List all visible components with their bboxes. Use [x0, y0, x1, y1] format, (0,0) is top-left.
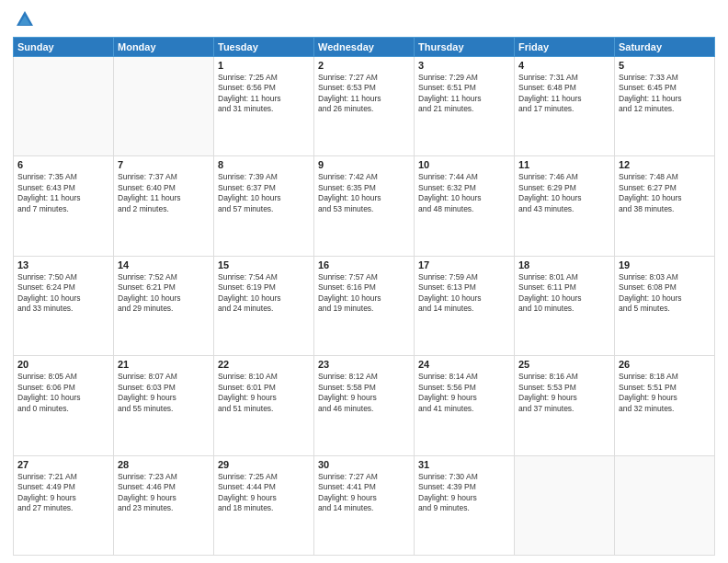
page: SundayMondayTuesdayWednesdayThursdayFrid… [0, 0, 728, 563]
calendar-cell: 4Sunrise: 7:31 AM Sunset: 6:48 PM Daylig… [515, 57, 615, 156]
day-info: Sunrise: 7:25 AM Sunset: 4:44 PM Dayligh… [218, 472, 310, 514]
calendar-cell: 5Sunrise: 7:33 AM Sunset: 6:45 PM Daylig… [615, 57, 715, 156]
day-number: 3 [418, 60, 510, 71]
weekday-header-sunday: Sunday [14, 38, 114, 57]
calendar-cell: 2Sunrise: 7:27 AM Sunset: 6:53 PM Daylig… [314, 57, 415, 156]
day-number: 9 [318, 159, 410, 170]
day-number: 27 [17, 459, 109, 470]
day-info: Sunrise: 7:57 AM Sunset: 6:16 PM Dayligh… [318, 272, 410, 315]
calendar-cell: 9Sunrise: 7:42 AM Sunset: 6:35 PM Daylig… [314, 156, 415, 256]
day-number: 4 [518, 60, 610, 71]
calendar-cell: 13Sunrise: 7:50 AM Sunset: 6:24 PM Dayli… [14, 256, 114, 355]
day-number: 31 [418, 459, 510, 470]
day-number: 13 [17, 259, 109, 270]
weekday-header-saturday: Saturday [615, 38, 715, 57]
calendar-cell: 14Sunrise: 7:52 AM Sunset: 6:21 PM Dayli… [114, 256, 214, 355]
day-number: 10 [418, 159, 510, 170]
calendar-cell: 3Sunrise: 7:29 AM Sunset: 6:51 PM Daylig… [415, 57, 515, 156]
calendar-cell: 27Sunrise: 7:21 AM Sunset: 4:49 PM Dayli… [14, 455, 114, 555]
weekday-header-wednesday: Wednesday [314, 38, 415, 57]
weekday-header-row: SundayMondayTuesdayWednesdayThursdayFrid… [14, 38, 715, 57]
day-info: Sunrise: 7:31 AM Sunset: 6:48 PM Dayligh… [518, 73, 610, 115]
calendar-week-3: 13Sunrise: 7:50 AM Sunset: 6:24 PM Dayli… [14, 256, 715, 355]
day-info: Sunrise: 7:23 AM Sunset: 4:46 PM Dayligh… [118, 472, 210, 514]
day-number: 29 [218, 459, 310, 470]
day-number: 22 [218, 359, 310, 370]
calendar-week-2: 6Sunrise: 7:35 AM Sunset: 6:43 PM Daylig… [14, 156, 715, 256]
day-number: 23 [318, 359, 410, 370]
day-number: 14 [118, 259, 210, 270]
header [13, 9, 715, 29]
calendar-cell: 29Sunrise: 7:25 AM Sunset: 4:44 PM Dayli… [214, 455, 314, 555]
day-info: Sunrise: 7:37 AM Sunset: 6:40 PM Dayligh… [118, 172, 210, 214]
calendar-cell: 25Sunrise: 8:16 AM Sunset: 5:53 PM Dayli… [515, 356, 615, 455]
calendar-cell: 12Sunrise: 7:48 AM Sunset: 6:27 PM Dayli… [615, 156, 715, 256]
day-number: 19 [619, 259, 711, 270]
weekday-header-friday: Friday [515, 38, 615, 57]
day-number: 7 [118, 159, 210, 170]
day-info: Sunrise: 7:30 AM Sunset: 4:39 PM Dayligh… [418, 472, 510, 514]
day-number: 25 [518, 359, 610, 370]
day-info: Sunrise: 8:05 AM Sunset: 6:06 PM Dayligh… [17, 372, 109, 414]
day-info: Sunrise: 8:18 AM Sunset: 5:51 PM Dayligh… [619, 372, 711, 414]
calendar-week-1: 1Sunrise: 7:25 AM Sunset: 6:56 PM Daylig… [14, 57, 715, 156]
day-info: Sunrise: 7:39 AM Sunset: 6:37 PM Dayligh… [218, 172, 310, 214]
calendar-cell [515, 455, 615, 555]
day-number: 11 [518, 159, 610, 170]
day-info: Sunrise: 7:42 AM Sunset: 6:35 PM Dayligh… [318, 172, 410, 214]
calendar-cell: 17Sunrise: 7:59 AM Sunset: 6:13 PM Dayli… [415, 256, 515, 355]
calendar-cell: 23Sunrise: 8:12 AM Sunset: 5:58 PM Dayli… [314, 356, 415, 455]
calendar-cell [114, 57, 214, 156]
day-number: 20 [17, 359, 109, 370]
logo [13, 9, 35, 29]
weekday-header-thursday: Thursday [415, 38, 515, 57]
calendar-cell: 15Sunrise: 7:54 AM Sunset: 6:19 PM Dayli… [214, 256, 314, 355]
day-info: Sunrise: 8:03 AM Sunset: 6:08 PM Dayligh… [619, 272, 711, 315]
calendar-cell: 1Sunrise: 7:25 AM Sunset: 6:56 PM Daylig… [214, 57, 314, 156]
calendar-cell: 18Sunrise: 8:01 AM Sunset: 6:11 PM Dayli… [515, 256, 615, 355]
calendar-cell: 11Sunrise: 7:46 AM Sunset: 6:29 PM Dayli… [515, 156, 615, 256]
day-info: Sunrise: 8:01 AM Sunset: 6:11 PM Dayligh… [518, 272, 610, 315]
day-number: 1 [218, 60, 310, 71]
day-number: 21 [118, 359, 210, 370]
day-info: Sunrise: 7:54 AM Sunset: 6:19 PM Dayligh… [218, 272, 310, 315]
day-info: Sunrise: 7:25 AM Sunset: 6:56 PM Dayligh… [218, 73, 310, 115]
day-info: Sunrise: 7:44 AM Sunset: 6:32 PM Dayligh… [418, 172, 510, 214]
day-number: 30 [318, 459, 410, 470]
calendar-cell: 26Sunrise: 8:18 AM Sunset: 5:51 PM Dayli… [615, 356, 715, 455]
day-number: 28 [118, 459, 210, 470]
day-info: Sunrise: 7:21 AM Sunset: 4:49 PM Dayligh… [17, 472, 109, 514]
day-info: Sunrise: 7:52 AM Sunset: 6:21 PM Dayligh… [118, 272, 210, 315]
day-number: 2 [318, 60, 410, 71]
day-number: 15 [218, 259, 310, 270]
day-number: 26 [619, 359, 711, 370]
calendar-table: SundayMondayTuesdayWednesdayThursdayFrid… [13, 37, 715, 556]
day-number: 16 [318, 259, 410, 270]
calendar-cell: 28Sunrise: 7:23 AM Sunset: 4:46 PM Dayli… [114, 455, 214, 555]
calendar-cell: 10Sunrise: 7:44 AM Sunset: 6:32 PM Dayli… [415, 156, 515, 256]
calendar-cell: 30Sunrise: 7:27 AM Sunset: 4:41 PM Dayli… [314, 455, 415, 555]
day-info: Sunrise: 7:48 AM Sunset: 6:27 PM Dayligh… [619, 172, 711, 214]
day-info: Sunrise: 7:50 AM Sunset: 6:24 PM Dayligh… [17, 272, 109, 315]
day-info: Sunrise: 7:27 AM Sunset: 6:53 PM Dayligh… [318, 73, 410, 115]
calendar-cell: 22Sunrise: 8:10 AM Sunset: 6:01 PM Dayli… [214, 356, 314, 455]
day-number: 6 [17, 159, 109, 170]
calendar-cell: 6Sunrise: 7:35 AM Sunset: 6:43 PM Daylig… [14, 156, 114, 256]
calendar-cell: 7Sunrise: 7:37 AM Sunset: 6:40 PM Daylig… [114, 156, 214, 256]
day-info: Sunrise: 8:16 AM Sunset: 5:53 PM Dayligh… [518, 372, 610, 414]
day-number: 12 [619, 159, 711, 170]
weekday-header-tuesday: Tuesday [214, 38, 314, 57]
day-info: Sunrise: 8:10 AM Sunset: 6:01 PM Dayligh… [218, 372, 310, 414]
calendar-week-4: 20Sunrise: 8:05 AM Sunset: 6:06 PM Dayli… [14, 356, 715, 455]
day-number: 17 [418, 259, 510, 270]
calendar-cell: 24Sunrise: 8:14 AM Sunset: 5:56 PM Dayli… [415, 356, 515, 455]
calendar-cell: 20Sunrise: 8:05 AM Sunset: 6:06 PM Dayli… [14, 356, 114, 455]
day-info: Sunrise: 7:35 AM Sunset: 6:43 PM Dayligh… [17, 172, 109, 214]
day-info: Sunrise: 7:33 AM Sunset: 6:45 PM Dayligh… [619, 73, 711, 115]
logo-icon [15, 9, 35, 29]
calendar-cell: 21Sunrise: 8:07 AM Sunset: 6:03 PM Dayli… [114, 356, 214, 455]
calendar-cell: 31Sunrise: 7:30 AM Sunset: 4:39 PM Dayli… [415, 455, 515, 555]
day-info: Sunrise: 8:07 AM Sunset: 6:03 PM Dayligh… [118, 372, 210, 414]
calendar-cell [615, 455, 715, 555]
day-info: Sunrise: 7:29 AM Sunset: 6:51 PM Dayligh… [418, 73, 510, 115]
